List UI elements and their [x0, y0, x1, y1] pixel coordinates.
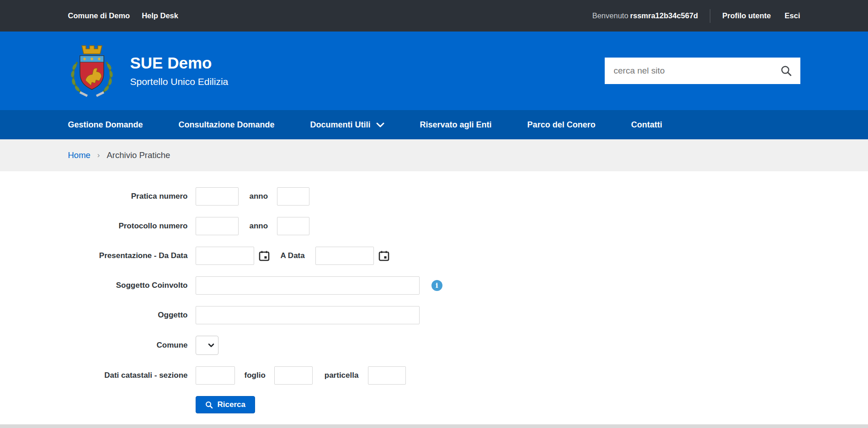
breadcrumb-separator: › — [97, 151, 100, 160]
nav-item-label: Gestione Domande — [68, 120, 143, 130]
profile-link[interactable]: Profilo utente — [722, 11, 771, 20]
site-subtitle: Sportello Unico Edilizia — [130, 76, 229, 87]
nav-item-label: Documenti Utili — [310, 120, 371, 130]
particella-input[interactable] — [368, 366, 406, 385]
a-data-input[interactable] — [315, 247, 374, 265]
nav-item-parco-del-conero[interactable]: Parco del Conero — [527, 120, 596, 130]
archivio-pratiche-form: Pratica numero anno Protocollo numero an… — [68, 171, 800, 413]
nav-item-label: Contatti — [631, 120, 662, 130]
brand: SUE Demo Sportello Unico Edilizia — [68, 43, 229, 99]
protocollo-numero-input[interactable] — [196, 217, 239, 235]
form-row-oggetto: Oggetto — [68, 306, 800, 324]
topbar: Comune di Demo Help Desk Benvenutorssmra… — [0, 0, 868, 32]
pratica-numero-input[interactable] — [196, 187, 239, 206]
pratica-numero-label: Pratica numero — [68, 192, 188, 201]
username: rssmra12b34c567d — [630, 11, 698, 20]
site-title: SUE Demo — [130, 54, 229, 72]
footer-strip — [0, 424, 868, 428]
soggetto-coinvolto-label: Soggetto Coinvolto — [68, 281, 188, 290]
chevron-down-icon — [376, 122, 384, 127]
nav-item-documenti-utili[interactable]: Documenti Utili — [310, 120, 384, 130]
form-row-pratica: Pratica numero anno — [68, 187, 800, 206]
form-row-protocollo: Protocollo numero anno — [68, 217, 800, 235]
protocollo-numero-label: Protocollo numero — [68, 222, 188, 231]
info-icon[interactable]: i — [431, 280, 442, 291]
dati-catastali-sezione-label: Dati catastali - sezione — [68, 371, 188, 380]
comune-select[interactable] — [196, 336, 218, 355]
ricerca-button[interactable]: Ricerca — [196, 396, 255, 413]
site-header: SUE Demo Sportello Unico Edilizia — [0, 32, 868, 110]
search-icon[interactable] — [780, 65, 792, 77]
comune-label: Comune — [68, 341, 188, 350]
pratica-anno-label: anno — [250, 192, 268, 201]
form-row-presentazione-date: Presentazione - Da Data A Data — [68, 247, 800, 265]
a-data-label: A Data — [281, 251, 305, 260]
search-icon — [205, 401, 213, 409]
logout-link[interactable]: Esci — [785, 11, 800, 20]
breadcrumb-bar: Home › Archivio Pratiche — [0, 139, 868, 171]
form-row-soggetto: Soggetto Coinvolto i — [68, 276, 800, 295]
topbar-link-help-desk[interactable]: Help Desk — [142, 11, 178, 20]
site-search — [605, 58, 800, 84]
ricerca-button-label: Ricerca — [218, 400, 245, 409]
pratica-anno-input[interactable] — [277, 187, 309, 206]
welcome-prefix: Benvenuto — [592, 11, 628, 20]
protocollo-anno-label: anno — [250, 222, 268, 231]
breadcrumb: Home › Archivio Pratiche — [68, 139, 800, 171]
calendar-icon[interactable] — [258, 250, 270, 262]
soggetto-coinvolto-input[interactable] — [196, 276, 420, 295]
sezione-input[interactable] — [196, 366, 235, 385]
nav-item-riservato-agli-enti[interactable]: Riservato agli Enti — [420, 120, 492, 130]
presentazione-da-data-label: Presentazione - Da Data — [68, 251, 188, 260]
welcome-text: Benvenutorssmra12b34c567d — [592, 11, 698, 20]
nav-item-consultazione-domande[interactable]: Consultazione Domande — [179, 120, 275, 130]
nav-item-gestione-domande[interactable]: Gestione Domande — [68, 120, 143, 130]
oggetto-input[interactable] — [196, 306, 420, 324]
page: Comune di Demo Help Desk Benvenutorssmra… — [0, 0, 868, 428]
main-nav: Gestione Domande Consultazione Domande D… — [0, 110, 868, 139]
breadcrumb-home-link[interactable]: Home — [68, 150, 91, 160]
topbar-link-comune-di-demo[interactable]: Comune di Demo — [68, 11, 130, 20]
form-row-submit: Ricerca — [68, 396, 800, 413]
nav-item-label: Consultazione Domande — [179, 120, 275, 130]
form-row-comune: Comune — [68, 336, 800, 355]
topbar-divider — [710, 9, 710, 23]
calendar-icon[interactable] — [378, 250, 390, 262]
foglio-label: foglio — [245, 371, 266, 380]
municipality-crest-logo — [68, 43, 116, 99]
protocollo-anno-input[interactable] — [277, 217, 309, 235]
site-search-input[interactable] — [613, 65, 780, 76]
nav-item-label: Parco del Conero — [527, 120, 596, 130]
oggetto-label: Oggetto — [68, 311, 188, 320]
nav-item-label: Riservato agli Enti — [420, 120, 492, 130]
foglio-input[interactable] — [274, 366, 313, 385]
form-row-dati-catastali: Dati catastali - sezione foglio particel… — [68, 366, 800, 385]
particella-label: particella — [325, 371, 359, 380]
da-data-input[interactable] — [196, 247, 254, 265]
nav-item-contatti[interactable]: Contatti — [631, 120, 662, 130]
breadcrumb-current: Archivio Pratiche — [107, 150, 170, 160]
